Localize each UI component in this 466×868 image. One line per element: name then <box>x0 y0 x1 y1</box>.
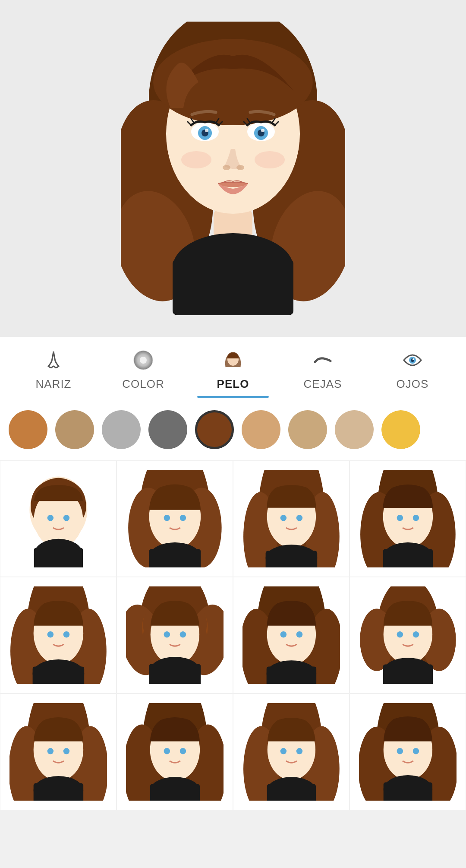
svg-point-103 <box>63 748 69 754</box>
svg-rect-89 <box>266 666 316 684</box>
svg-point-94 <box>397 631 403 637</box>
svg-point-71 <box>63 631 69 637</box>
svg-point-55 <box>296 515 302 521</box>
svg-point-111 <box>179 748 186 754</box>
svg-point-126 <box>397 748 403 754</box>
avatar-face <box>121 22 345 315</box>
svg-rect-7 <box>173 259 293 315</box>
svg-point-79 <box>179 631 186 637</box>
svg-point-28 <box>181 151 211 168</box>
tab-pelo[interactable]: PELO <box>188 337 278 398</box>
svg-point-39 <box>63 515 69 521</box>
hair-style-12[interactable] <box>350 694 466 810</box>
nose-icon <box>41 347 66 373</box>
category-tabs: NARIZ COLOR <box>0 337 466 398</box>
hair-icon <box>220 347 246 373</box>
color-swatch-4[interactable] <box>148 410 187 449</box>
eyebrow-icon <box>310 347 336 373</box>
svg-point-62 <box>397 515 403 521</box>
tab-color[interactable]: COLOR <box>98 337 188 398</box>
tab-ojos-label: OJOS <box>397 377 429 391</box>
color-swatch-7[interactable] <box>288 410 327 449</box>
hair-style-7[interactable] <box>233 577 350 694</box>
svg-point-95 <box>412 631 419 637</box>
svg-point-102 <box>47 748 53 754</box>
svg-rect-57 <box>265 551 317 567</box>
eye-icon <box>400 347 425 373</box>
svg-point-63 <box>412 515 419 521</box>
svg-rect-105 <box>33 783 83 801</box>
svg-point-46 <box>164 515 170 521</box>
svg-point-118 <box>280 748 286 754</box>
svg-point-31 <box>140 357 147 364</box>
hair-style-2[interactable] <box>116 460 233 577</box>
tab-cejas[interactable]: CEJAS <box>278 337 368 398</box>
svg-rect-49 <box>149 549 201 567</box>
tab-pelo-label: PELO <box>217 377 249 391</box>
tab-nariz[interactable]: NARIZ <box>9 337 98 398</box>
hair-style-10[interactable] <box>116 694 233 810</box>
tab-ojos[interactable]: OJOS <box>368 337 457 398</box>
color-swatch-3[interactable] <box>102 410 141 449</box>
hair-style-8[interactable] <box>350 577 466 694</box>
svg-rect-65 <box>383 549 432 567</box>
avatar-container <box>112 17 354 320</box>
svg-rect-129 <box>383 782 432 801</box>
svg-point-27 <box>236 165 244 170</box>
color-swatch-6[interactable] <box>242 410 280 449</box>
svg-point-127 <box>412 748 419 754</box>
svg-point-29 <box>255 151 285 168</box>
hair-style-5[interactable] <box>0 577 116 694</box>
svg-rect-121 <box>267 784 315 801</box>
svg-point-38 <box>47 515 53 521</box>
hair-style-9[interactable] <box>0 694 116 810</box>
tab-nariz-label: NARIZ <box>36 377 72 391</box>
avatar-preview <box>0 0 466 337</box>
svg-rect-73 <box>32 666 84 684</box>
color-swatch-8[interactable] <box>335 410 374 449</box>
svg-rect-113 <box>150 784 199 801</box>
color-swatches-row <box>0 398 466 453</box>
color-swatch-5[interactable] <box>195 410 234 449</box>
svg-point-78 <box>164 631 170 637</box>
hair-style-11[interactable] <box>233 694 350 810</box>
svg-rect-97 <box>383 664 432 684</box>
svg-rect-41 <box>34 548 82 567</box>
color-swatch-1[interactable] <box>9 410 47 449</box>
color-swatch-2[interactable] <box>55 410 94 449</box>
svg-point-70 <box>47 631 53 637</box>
color-swatch-9[interactable] <box>381 410 420 449</box>
svg-point-35 <box>412 358 414 360</box>
svg-point-87 <box>296 631 302 637</box>
tab-cejas-label: CEJAS <box>304 377 342 391</box>
hair-style-6[interactable] <box>116 577 233 694</box>
hair-style-1[interactable] <box>0 460 116 577</box>
svg-point-110 <box>164 748 170 754</box>
hair-style-3[interactable] <box>233 460 350 577</box>
svg-point-16 <box>205 129 208 132</box>
svg-point-17 <box>261 129 264 132</box>
svg-point-54 <box>280 515 286 521</box>
hair-style-4[interactable] <box>350 460 466 577</box>
svg-point-119 <box>296 748 302 754</box>
hair-style-grid <box>0 460 466 810</box>
bottom-panel: NARIZ COLOR <box>0 337 466 810</box>
svg-point-86 <box>280 631 286 637</box>
color-labels-row <box>0 453 466 460</box>
svg-point-47 <box>179 515 186 521</box>
tab-color-label: COLOR <box>122 377 164 391</box>
svg-rect-81 <box>149 664 201 684</box>
color-wheel-icon <box>130 347 156 373</box>
svg-point-26 <box>223 165 230 170</box>
